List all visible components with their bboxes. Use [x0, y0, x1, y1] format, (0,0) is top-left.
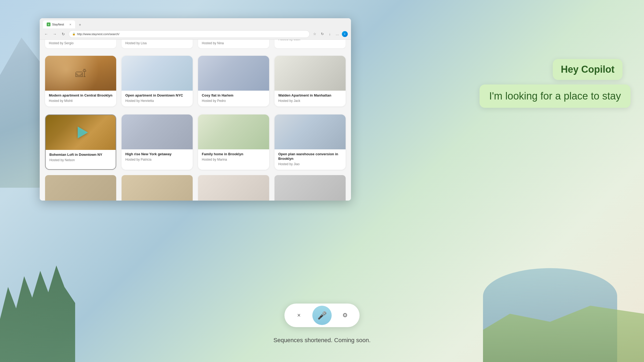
- card-info-open-apt: Open apartment in Downtown NYC Hosted by…: [122, 91, 193, 106]
- card-host-modern-brooklyn: Hosted by Mishti: [49, 99, 112, 103]
- partial-card-jack[interactable]: Hosted by Jack: [275, 40, 346, 48]
- card-title-walden: Walden Apartment in Manhattan: [278, 93, 342, 98]
- card-image-family-brooklyn: [198, 114, 269, 149]
- mic-icon: 🎤: [317, 311, 327, 320]
- voice-close-button[interactable]: ×: [291, 307, 307, 323]
- card-host-cosy-harlem: Hosted by Pedro: [202, 99, 265, 103]
- listing-card-highrise[interactable]: High rise New York getaway Hosted by Pat…: [122, 114, 193, 170]
- card-image-cosy-harlem: [198, 56, 269, 91]
- card-image-wrapper-highrise: [122, 114, 193, 149]
- listing-card-family-brooklyn[interactable]: Family home in Brooklyn Hosted by Marina: [198, 114, 269, 170]
- copilot-greeting-bubble: Hey Copilot: [553, 59, 623, 80]
- listing-card-walden[interactable]: Walden Apartment in Manhattan Hosted by …: [275, 56, 346, 106]
- browser-toolbar: ← → ↻ 🔒 http://www.staynest.com/search/ …: [40, 28, 351, 40]
- card-image-wrapper-2: [198, 56, 269, 91]
- address-bar[interactable]: 🔒 http://www.staynest.com/search/: [69, 30, 310, 38]
- card-info-modern-brooklyn: Modern apartment in Central Brooklyn Hos…: [45, 91, 116, 106]
- partial-card-title-2: Manhattan station: [202, 40, 265, 40]
- card-title-family-brooklyn: Family home in Brooklyn: [202, 152, 265, 157]
- play-cursor-icon: [78, 127, 88, 138]
- card-info-bohemian: Bohemian Loft in Downtown NY Hosted by N…: [46, 150, 116, 166]
- browser-content[interactable]: East Side Hosted by Sergio Lower East Si…: [40, 40, 351, 201]
- card-image-wrapper-1: [122, 56, 193, 91]
- copilot-message-bubble: I'm looking for a place to stay: [480, 84, 631, 108]
- card-image-warehouse: [275, 114, 346, 149]
- card-image-wrapper-family: [198, 114, 269, 149]
- partial-card-host-0: Hosted by Sergio: [49, 41, 112, 45]
- card-host-bohemian: Hosted by Nelson: [49, 158, 112, 162]
- forward-button[interactable]: →: [52, 31, 58, 37]
- card-image-modern-brooklyn: [45, 56, 116, 91]
- card-title-highrise: High rise New York getaway: [125, 152, 189, 157]
- card-title-open-apt: Open apartment in Downtown NYC: [125, 93, 189, 98]
- card-info-warehouse: Open plan warehouse conversion in Brookl…: [275, 149, 346, 170]
- bottom-card-3[interactable]: [275, 175, 346, 201]
- voice-mic-button[interactable]: 🎤: [312, 306, 332, 325]
- bottom-card-image-0: [45, 175, 116, 201]
- middle-cards-grid: Modern apartment in Central Brooklyn Hos…: [45, 53, 346, 106]
- more-button[interactable]: …: [334, 31, 340, 37]
- copilot-greeting-text: Hey Copilot: [561, 64, 614, 75]
- card-title-modern-brooklyn: Modern apartment in Central Brooklyn: [49, 93, 112, 98]
- card-title-cosy-harlem: Cosy flat in Harlem: [202, 93, 265, 98]
- partial-card-title-1: Lower East Side: [125, 40, 189, 40]
- partial-card-east-side[interactable]: East Side Hosted by Sergio: [45, 40, 116, 48]
- back-button[interactable]: ←: [43, 31, 49, 37]
- listing-card-cosy-harlem[interactable]: Cosy flat in Harlem Hosted by Pedro: [198, 56, 269, 106]
- bottom-card-image-3: [275, 175, 346, 201]
- voice-bar-container: × 🎤 ⚙: [284, 304, 360, 327]
- browser-tab-active[interactable]: S StayNest ✕: [43, 20, 75, 28]
- partial-card-title-0: East Side: [49, 40, 112, 40]
- refresh-button[interactable]: ↻: [60, 31, 67, 37]
- edge-logo: e: [342, 31, 348, 37]
- card-info-walden: Walden Apartment in Manhattan Hosted by …: [275, 91, 346, 106]
- url-text: http://www.staynest.com/search/: [77, 32, 119, 36]
- listing-card-warehouse[interactable]: Open plan warehouse conversion in Brookl…: [275, 114, 346, 170]
- browser-window: S StayNest ✕ + ← → ↻ 🔒 http://www.stayne…: [40, 18, 351, 201]
- card-title-warehouse: Open plan warehouse conversion in Brookl…: [278, 152, 342, 161]
- partial-card-host-3: Hosted by Jack: [278, 40, 342, 41]
- card-image-wrapper-3: [275, 56, 346, 91]
- browser-toolbar-right: ☆ ↻ ↓ … e: [312, 31, 348, 37]
- listing-card-modern-brooklyn[interactable]: Modern apartment in Central Brooklyn Hos…: [45, 56, 116, 106]
- card-image-open-apt: [122, 56, 193, 91]
- bottom-cards-grid: Bohemian Loft in Downtown NY Hosted by N…: [45, 112, 346, 170]
- bottom-card-0[interactable]: [45, 175, 116, 201]
- partial-top-row: East Side Hosted by Sergio Lower East Si…: [45, 40, 346, 48]
- card-info-family-brooklyn: Family home in Brooklyn Hosted by Marina: [198, 149, 269, 165]
- bottom-card-image-2: [198, 175, 269, 201]
- card-image-wrapper-0: [45, 56, 116, 91]
- card-info-highrise: High rise New York getaway Hosted by Pat…: [122, 149, 193, 165]
- bottom-card-2[interactable]: [198, 175, 269, 201]
- status-text: Sequences shortened. Coming soon.: [273, 337, 371, 344]
- bottom-card-1[interactable]: [122, 175, 193, 201]
- bottom-card-image-1: [122, 175, 193, 201]
- voice-settings-button[interactable]: ⚙: [337, 307, 353, 323]
- downloads-button[interactable]: ↓: [327, 31, 333, 37]
- card-host-walden: Hosted by Jack: [278, 99, 342, 103]
- card-host-warehouse: Hosted by Jiao: [278, 162, 342, 166]
- wallpaper-trees: [0, 255, 75, 362]
- settings-icon: ⚙: [342, 312, 348, 319]
- card-info-cosy-harlem: Cosy flat in Harlem Hosted by Pedro: [198, 91, 269, 106]
- partial-card-host-1: Hosted by Lisa: [125, 41, 189, 45]
- very-bottom-row: [45, 175, 346, 201]
- favorites-button[interactable]: ☆: [312, 31, 318, 37]
- card-image-highrise: [122, 114, 193, 149]
- status-text-content: Sequences shortened. Coming soon.: [273, 337, 371, 343]
- card-image-wrapper-warehouse: [275, 114, 346, 149]
- refresh-icon-btn[interactable]: ↻: [319, 31, 325, 37]
- close-tab-button[interactable]: ✕: [69, 23, 71, 26]
- listing-card-bohemian[interactable]: Bohemian Loft in Downtown NY Hosted by N…: [45, 114, 116, 170]
- site-favicon: S: [47, 23, 50, 26]
- listing-card-open-apt[interactable]: Open apartment in Downtown NYC Hosted by…: [122, 56, 193, 106]
- partial-card-manhattan[interactable]: Manhattan station Hosted by Nina: [198, 40, 269, 48]
- card-host-highrise: Hosted by Patricia: [125, 158, 189, 161]
- copilot-message-text: I'm looking for a place to stay: [489, 90, 621, 102]
- browser-tabs: S StayNest ✕ +: [40, 18, 351, 28]
- new-tab-button[interactable]: +: [76, 21, 84, 28]
- card-image-wrapper-bohemian: [46, 115, 116, 150]
- card-host-open-apt: Hosted by Henrietta: [125, 99, 189, 103]
- partial-card-lower-east[interactable]: Lower East Side Hosted by Lisa: [122, 40, 193, 48]
- card-title-bohemian: Bohemian Loft in Downtown NY: [49, 153, 112, 157]
